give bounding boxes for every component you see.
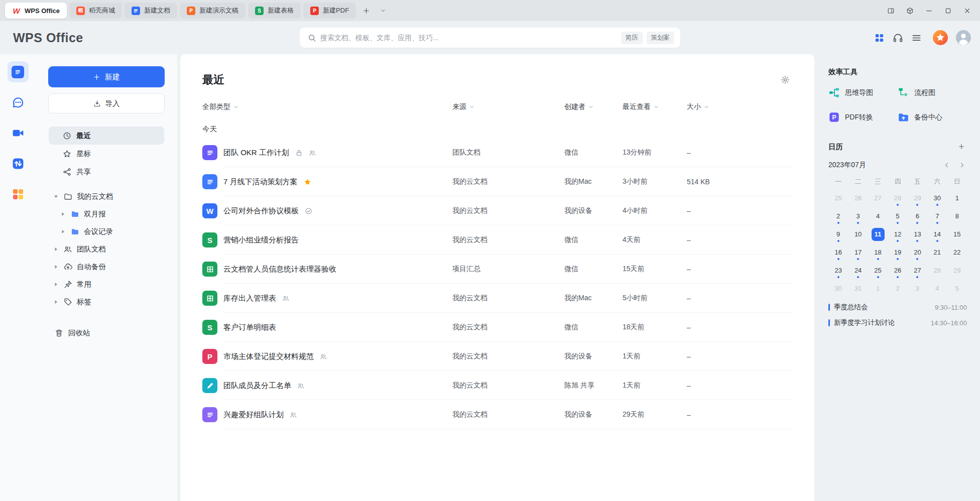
calendar-day[interactable]: 23 [828, 263, 848, 278]
rail-item-chat[interactable] [8, 92, 29, 113]
calendar-day[interactable]: 7 [927, 208, 947, 224]
calendar-day[interactable]: 25 [828, 190, 848, 206]
tab-sheet[interactable]: S新建表格 [248, 3, 301, 19]
caret-right-icon[interactable] [53, 299, 59, 305]
calendar-day[interactable]: 4 [927, 281, 947, 296]
calendar-day[interactable]: 17 [848, 244, 868, 260]
file-row[interactable]: 团队成员及分工名单我的云文档陈旭 共享1天前– [202, 371, 792, 400]
calendar-day[interactable]: 26 [848, 190, 868, 206]
tab-list-dropdown-button[interactable] [376, 4, 390, 18]
calendar-day[interactable]: 31 [848, 281, 868, 296]
calendar-day[interactable]: 27 [868, 190, 888, 206]
calendar-day[interactable]: 9 [828, 226, 848, 242]
search-tag-plan[interactable]: 策划案 [647, 32, 675, 44]
filter-creator[interactable]: 创建者 [564, 102, 623, 111]
calendar-day[interactable]: 1 [947, 190, 967, 206]
sidebar-folder-item[interactable]: 会议记录 [49, 223, 164, 240]
sidebar-tree-item-frequent[interactable]: 常用 [49, 276, 164, 293]
sidebar-folder-item[interactable]: 双月报 [49, 205, 164, 223]
calendar-day[interactable]: 27 [908, 263, 927, 278]
caret-right-icon[interactable] [53, 281, 59, 288]
file-row[interactable]: 7 月线下活动策划方案我的云文档我的Mac3小时前514 KB [202, 167, 792, 196]
rail-item-docs[interactable] [8, 61, 29, 82]
calendar-day[interactable]: 29 [908, 190, 927, 206]
widgets-button[interactable] [902, 3, 918, 18]
tool-pdf-tool[interactable]: PPDF转换 [828, 111, 898, 123]
search-bar[interactable]: 简历 策划案 [300, 28, 680, 48]
calendar-day[interactable]: 25 [868, 263, 888, 278]
minimize-button[interactable] [921, 3, 937, 18]
calendar-day[interactable]: 22 [947, 244, 967, 260]
calendar-day[interactable]: 10 [848, 226, 868, 242]
calendar-day[interactable]: 3 [908, 281, 927, 296]
user-avatar[interactable] [956, 30, 971, 45]
tool-flowchart[interactable]: 流程图 [898, 87, 967, 98]
tab-ppt[interactable]: P新建演示文稿 [180, 3, 246, 19]
calendar-day[interactable]: 28 [888, 190, 907, 206]
add-event-button[interactable] [956, 141, 967, 152]
calendar-day[interactable]: 16 [828, 244, 848, 260]
calendar-day[interactable]: 28 [927, 263, 947, 278]
rail-item-camera[interactable] [8, 122, 29, 144]
settings-button[interactable] [778, 73, 792, 87]
calendar-day[interactable]: 29 [947, 263, 967, 278]
calendar-day[interactable]: 20 [908, 244, 927, 260]
caret-down-icon[interactable] [53, 193, 59, 200]
calendar-day[interactable]: 24 [848, 263, 868, 278]
import-button[interactable]: 导入 [48, 93, 165, 113]
prev-month-button[interactable] [942, 160, 952, 170]
calendar-day[interactable]: 8 [947, 208, 967, 224]
file-row[interactable]: S客户订单明细表我的云文档微信18天前– [202, 313, 792, 342]
file-row[interactable]: W公司对外合作协议模板我的云文档我的设备4小时前– [202, 196, 792, 225]
file-row[interactable]: S营销小组业绩分析报告我的云文档微信4天前– [202, 225, 792, 255]
file-row[interactable]: 团队 OKR 工作计划团队文档微信13分钟前– [202, 138, 792, 167]
maximize-button[interactable] [940, 3, 956, 18]
tab-writer[interactable]: 新建文档 [125, 3, 177, 19]
filter-source[interactable]: 来源 [452, 102, 564, 111]
file-row[interactable]: 兴趣爱好组队计划我的云文档我的设备29天前– [202, 400, 792, 429]
view-grid-button[interactable] [874, 33, 885, 43]
file-row[interactable]: 云文档管人员信息统计表理器验收项目汇总微信15天前– [202, 255, 792, 284]
menu-button[interactable] [911, 33, 922, 43]
rail-item-apps[interactable] [8, 184, 29, 205]
close-button[interactable] [959, 3, 975, 18]
calendar-day[interactable]: 21 [927, 244, 947, 260]
calendar-day[interactable]: 12 [888, 226, 907, 242]
next-month-button[interactable] [957, 160, 967, 170]
sidebar-item-clock[interactable]: 最近 [49, 127, 164, 145]
support-button[interactable] [893, 33, 903, 43]
calendar-day[interactable]: 5 [947, 281, 967, 296]
calendar-day[interactable]: 30 [927, 190, 947, 206]
calendar-day[interactable]: 2 [828, 208, 848, 224]
calendar-day[interactable]: 5 [888, 208, 907, 224]
sidebar-item-trash[interactable]: 回收站 [49, 324, 164, 342]
filter-type[interactable]: 全部类型 [202, 102, 452, 111]
filter-size[interactable]: 大小 [687, 102, 792, 111]
sidebar-item-star[interactable]: 星标 [49, 145, 164, 163]
tool-backup-tool[interactable]: 备份中心 [898, 111, 967, 123]
rail-item-transfer[interactable] [8, 153, 29, 174]
sidebar-tree-item-tags[interactable]: 标签 [49, 293, 164, 311]
new-tab-button[interactable] [359, 4, 373, 18]
calendar-day[interactable]: 4 [868, 208, 888, 224]
caret-right-icon[interactable] [60, 211, 66, 217]
filter-viewed[interactable]: 最近查看 [623, 102, 687, 111]
caret-right-icon[interactable] [53, 246, 59, 253]
calendar-day-selected[interactable]: 11 [868, 226, 888, 242]
sidebar-tree-item-backup[interactable]: 自动备份 [49, 258, 164, 276]
file-row[interactable]: P市场主体登记提交材料规范我的云文档我的设备1天前– [202, 342, 792, 371]
calendar-day[interactable]: 2 [888, 281, 907, 296]
sidebar-tree-item-cloud-folder[interactable]: 我的云文档 [49, 188, 164, 205]
calendar-day[interactable]: 14 [927, 226, 947, 242]
tab-pdf[interactable]: P新建PDF [303, 3, 356, 19]
tab-docer[interactable]: 稻稻壳商城 [69, 3, 122, 19]
calendar-day[interactable]: 19 [888, 244, 907, 260]
calendar-day[interactable]: 3 [848, 208, 868, 224]
calendar-day[interactable]: 6 [908, 208, 927, 224]
file-row[interactable]: 库存出入管理表我的云文档我的Mac5小时前– [202, 284, 792, 313]
calendar-day[interactable]: 26 [888, 263, 907, 278]
calendar-event[interactable]: 季度总结会9:30–11:00 [828, 303, 967, 312]
calendar-day[interactable]: 1 [868, 281, 888, 296]
sidebar-item-share[interactable]: 共享 [49, 163, 164, 181]
panel-button[interactable] [883, 3, 899, 18]
